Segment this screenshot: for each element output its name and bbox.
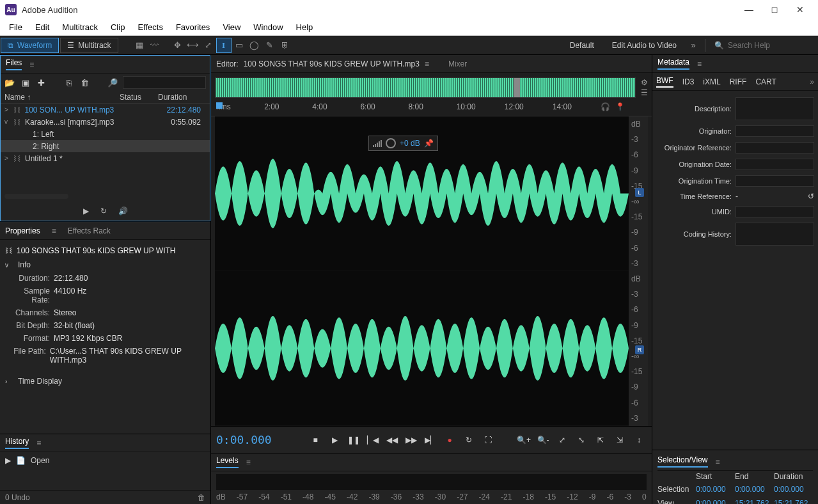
workspace-more-button[interactable]: »: [686, 38, 701, 53]
delete-icon[interactable]: 🗑: [79, 78, 90, 88]
col-status[interactable]: Status: [120, 93, 158, 102]
sel-duration[interactable]: 0:00.000: [774, 485, 813, 494]
maximize-button[interactable]: □: [762, 0, 787, 19]
slip-tool[interactable]: ⤢: [201, 38, 216, 53]
menu-clip[interactable]: Clip: [104, 20, 131, 35]
menu-multitrack[interactable]: Multitrack: [56, 20, 104, 35]
sel-end[interactable]: 0:00.000: [735, 485, 774, 494]
panel-menu-icon[interactable]: ≡: [697, 59, 702, 68]
panel-menu-icon[interactable]: ≡: [246, 458, 251, 467]
view-list-icon[interactable]: ☰: [641, 88, 648, 97]
brush-tool[interactable]: ✎: [262, 38, 278, 53]
overview-viewport-handle[interactable]: [514, 78, 520, 97]
meta-input-originator[interactable]: [735, 125, 814, 137]
menu-effects[interactable]: Effects: [131, 20, 169, 35]
panel-menu-icon[interactable]: ≡: [716, 457, 720, 466]
file-row[interactable]: > ⧘⧙ Untitled 1 *: [1, 152, 210, 164]
panel-menu-icon[interactable]: ≡: [52, 226, 56, 235]
levels-meter[interactable]: [216, 474, 647, 490]
new-file-icon[interactable]: ✚: [36, 78, 47, 88]
zoom-selection-button[interactable]: ⤡: [574, 432, 589, 448]
panel-menu-icon[interactable]: ≡: [36, 439, 41, 448]
heal-tool[interactable]: ⛨: [278, 38, 293, 53]
time-selection-tool[interactable]: I: [216, 38, 232, 53]
pause-button[interactable]: ❚❚: [346, 432, 361, 448]
history-row[interactable]: ▶ 📄 Open: [5, 455, 205, 466]
history-tab[interactable]: History: [5, 437, 29, 449]
file-row[interactable]: v ⧘⧙ Karaoke...si [mqms2].mp3 0:55.092: [1, 116, 210, 128]
expand-icon[interactable]: >: [4, 106, 13, 113]
right-channel-badge[interactable]: R: [635, 345, 644, 354]
left-channel-badge[interactable]: L: [635, 188, 644, 197]
zoom-in-point-button[interactable]: ⇱: [593, 432, 608, 448]
move-tool[interactable]: ✥: [170, 38, 185, 53]
menu-help[interactable]: Help: [290, 20, 320, 35]
files-filter-input[interactable]: [123, 76, 206, 89]
stop-button[interactable]: ■: [308, 432, 323, 448]
meta-input-coding[interactable]: [735, 223, 814, 246]
tab-effects-rack[interactable]: Effects Rack: [68, 226, 111, 235]
open-file-icon[interactable]: 📂: [4, 78, 15, 88]
time-ruler[interactable]: hms 2:00 4:00 6:00 8:00 10:00 12:00 14:0…: [211, 102, 652, 116]
gain-hud[interactable]: +0 dB 📌: [368, 136, 438, 151]
waveform-left-channel[interactable]: +0 dB 📌: [215, 116, 629, 271]
tab-riff[interactable]: RIFF: [730, 77, 747, 86]
marquee-tool[interactable]: ▭: [232, 38, 247, 53]
preview-loop-icon[interactable]: ↻: [100, 207, 107, 216]
search-input[interactable]: [728, 41, 805, 50]
loop-button[interactable]: ↻: [461, 432, 476, 448]
skip-fwd-button[interactable]: ▶▏: [423, 432, 438, 448]
close-button[interactable]: ✕: [787, 0, 813, 19]
meta-input-orig-date[interactable]: [735, 159, 814, 170]
rewind-button[interactable]: ◀◀: [384, 432, 400, 448]
waveform-right-channel[interactable]: [215, 271, 629, 426]
file-row[interactable]: > ⧘⧙ 100 SON... UP WITH.mp3 22:12.480: [1, 104, 210, 116]
trash-icon[interactable]: 🗑: [198, 493, 205, 502]
multitrack-view-button[interactable]: ☰ Multitrack: [60, 38, 118, 53]
tab-id3[interactable]: ID3: [682, 77, 695, 86]
meta-input-orig-time[interactable]: [735, 175, 814, 187]
zoom-amp-button[interactable]: ↕: [631, 432, 647, 448]
mixer-tab[interactable]: Mixer: [448, 59, 467, 68]
col-name[interactable]: Name ↑: [4, 93, 120, 102]
view-start[interactable]: 0:00.000: [696, 499, 735, 504]
lasso-tool[interactable]: ◯: [247, 38, 262, 53]
view-duration[interactable]: 15:21.762: [774, 499, 813, 504]
gain-knob-icon[interactable]: [386, 138, 396, 148]
menu-edit[interactable]: Edit: [29, 20, 56, 35]
tab-cart[interactable]: CART: [755, 77, 776, 86]
minimize-button[interactable]: —: [736, 0, 762, 19]
file-channel-row[interactable]: 2: Right: [1, 140, 210, 152]
metadata-tab[interactable]: Metadata: [657, 58, 689, 70]
spectral-pitch-button[interactable]: 〰: [147, 38, 162, 53]
workspace-editav[interactable]: Edit Audio to Video: [603, 38, 686, 52]
zoom-reset-icon[interactable]: ⚙: [641, 78, 648, 87]
razor-tool[interactable]: ⟷: [185, 38, 201, 53]
expand-icon[interactable]: >: [4, 155, 13, 162]
ffwd-button[interactable]: ▶▶: [404, 432, 419, 448]
reset-icon[interactable]: ↺: [808, 192, 814, 201]
files-panel-menu-icon[interactable]: ≡: [29, 60, 34, 69]
section-info[interactable]: v Info: [5, 258, 205, 272]
files-tab[interactable]: Files: [6, 58, 22, 70]
play-button[interactable]: ▶: [327, 432, 342, 448]
import-icon[interactable]: ▣: [20, 78, 31, 88]
meta-input-originator-ref[interactable]: [735, 142, 814, 154]
col-duration[interactable]: Duration: [158, 93, 206, 102]
editor-tab-filename[interactable]: 100 SONGS THAT 90s KIDS GREW UP WITH.mp3: [244, 59, 420, 68]
skip-selection-button[interactable]: ⛶: [480, 432, 496, 448]
zoom-in-button[interactable]: 🔍+: [516, 432, 531, 448]
waveform-view-button[interactable]: ⧉ Waveform: [1, 38, 59, 53]
skip-back-button[interactable]: ▏◀: [365, 432, 381, 448]
panel-menu-icon[interactable]: ≡: [425, 59, 429, 68]
workspace-default[interactable]: Default: [561, 38, 603, 52]
tab-properties[interactable]: Properties: [5, 226, 40, 235]
metadata-more-icon[interactable]: »: [810, 77, 814, 86]
menu-file[interactable]: File: [3, 20, 29, 35]
levels-tab[interactable]: Levels: [216, 456, 239, 468]
menu-view[interactable]: View: [216, 20, 247, 35]
tab-ixml[interactable]: iXML: [703, 77, 720, 86]
menu-window[interactable]: Window: [247, 20, 289, 35]
timecode-display[interactable]: 0:00.000: [216, 433, 293, 446]
playhead-marker[interactable]: [216, 102, 223, 109]
